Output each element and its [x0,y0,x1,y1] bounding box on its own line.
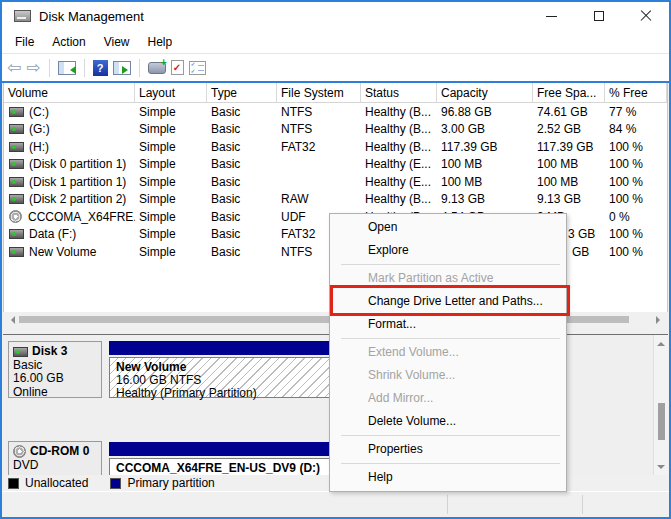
menu-action[interactable]: Action [43,33,94,51]
app-icon [14,10,31,22]
menu-item-shrink-volume: Shrink Volume... [330,364,566,387]
table-row[interactable]: (Disk 2 partition 2) Simple Basic RAW He… [4,191,667,209]
column-header-type[interactable]: Type [207,83,277,102]
table-row[interactable]: (Disk 1 partition 1) Simple Basic Health… [4,173,667,191]
column-header-layout[interactable]: Layout [135,83,207,102]
cdrom-kind: DVD [13,459,97,473]
disk3-state: Online [13,386,97,400]
status-strip-divider [582,495,583,514]
vertical-scrollbar-thumb[interactable] [658,403,665,440]
bottom-pane-blank-area [567,335,652,475]
context-menu: Open Explore Mark Partition as Active Ch… [329,213,567,492]
list-header: Volume Layout Type File System Status Ca… [4,83,667,103]
action-pane-icon[interactable] [113,61,131,75]
volume-name: (Disk 1 partition 1) [29,175,126,189]
volume-icon [9,177,24,187]
help-icon[interactable] [93,60,108,76]
primary-partition-swatch [110,478,121,489]
cdrom-name: CD-ROM 0 [30,445,89,459]
title-bar: Disk Management [2,2,669,30]
volume-name: New Volume [29,245,96,259]
table-row[interactable]: (G:) Simple Basic NTFS Healthy (B... 3.0… [4,121,667,139]
volume-icon [9,159,24,169]
status-strip-divider [447,495,448,514]
menu-item-open[interactable]: Open [330,216,566,239]
volume-name: CCCOMA_X64FRE... [28,210,135,224]
minimize-button[interactable] [528,2,575,30]
volume-icon [9,247,24,257]
volume-icon [9,142,24,152]
cd-icon [13,445,26,458]
vertical-scrollbar[interactable] [653,335,668,475]
volume-name: (H:) [29,140,49,154]
volume-name: (C:) [29,105,49,119]
scroll-down-icon[interactable] [657,465,665,473]
maximize-button[interactable] [575,2,622,30]
volume-name: (Disk 0 partition 1) [29,157,126,171]
volume-icon [9,107,24,117]
toolbar-separator [84,59,85,77]
menu-separator [341,463,560,464]
menu-item-delete-volume[interactable]: Delete Volume... [330,410,566,433]
volume-icon [9,194,24,204]
highlight-box [330,285,570,316]
scroll-right-icon[interactable] [656,316,664,324]
unallocated-label: Unallocated [25,476,88,490]
menu-item-help[interactable]: Help [330,466,566,489]
menu-file[interactable]: File [6,33,43,51]
forward-icon[interactable] [26,59,40,77]
disk3-kind: Basic [13,359,97,373]
disk-icon [13,347,28,357]
disk3-name: Disk 3 [32,345,67,359]
unallocated-swatch [8,478,19,489]
toolbar-separator [49,59,50,77]
close-icon [640,10,652,22]
volume-icon [9,229,24,239]
menu-item-extend-volume: Extend Volume... [330,341,566,364]
column-header-pct-free[interactable]: % Free [605,83,667,102]
close-button[interactable] [622,2,669,30]
menu-item-explore[interactable]: Explore [330,239,566,262]
cd-icon [9,210,22,223]
console-tree-icon[interactable] [58,61,76,75]
volume-name: (Disk 2 partition 2) [29,192,126,206]
column-header-free-space[interactable]: Free Spa... [533,83,605,102]
primary-partition-label: Primary partition [127,476,214,490]
volume-name: (G:) [29,122,50,136]
menu-separator [341,264,560,265]
toolbar-separator [139,59,140,77]
column-header-volume[interactable]: Volume [4,83,135,102]
menu-separator [341,338,560,339]
status-strip [2,491,669,517]
checklist-icon[interactable] [189,61,206,75]
cdrom-label-box[interactable]: CD-ROM 0 DVD [8,441,102,475]
scroll-left-icon[interactable] [7,316,15,324]
disk3-label-box[interactable]: Disk 3 Basic 16.00 GB Online [8,341,102,398]
disk-management-window: Disk Management File Action View Help Vo… [0,0,671,519]
column-header-file-system[interactable]: File System [277,83,361,102]
remote-device-icon[interactable] [148,62,166,74]
disk3-size: 16.00 GB [13,372,97,386]
table-row[interactable]: (Disk 0 partition 1) Simple Basic Health… [4,156,667,174]
minimize-icon [546,16,557,17]
volume-name: Data (F:) [29,227,76,241]
menu-item-properties[interactable]: Properties [330,438,566,461]
scroll-up-icon[interactable] [657,338,665,346]
maximize-icon [594,11,604,21]
table-row[interactable]: (C:) Simple Basic NTFS Healthy (B... 96.… [4,103,667,121]
menu-bar: File Action View Help [2,30,669,53]
task-check-icon[interactable] [171,60,184,75]
menu-separator [341,435,560,436]
window-title: Disk Management [39,9,144,24]
menu-view[interactable]: View [95,33,139,51]
volume-icon [9,124,24,134]
table-row[interactable]: (H:) Simple Basic FAT32 Healthy (B... 11… [4,138,667,156]
menu-item-add-mirror: Add Mirror... [330,387,566,410]
back-icon[interactable] [7,59,21,77]
menu-item-format[interactable]: Format... [330,313,566,336]
column-header-status[interactable]: Status [361,83,437,102]
column-header-capacity[interactable]: Capacity [437,83,533,102]
menu-help[interactable]: Help [139,33,182,51]
toolbar [2,53,669,81]
